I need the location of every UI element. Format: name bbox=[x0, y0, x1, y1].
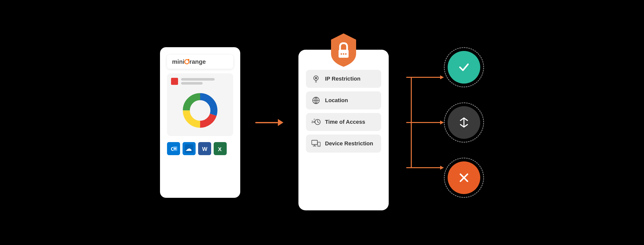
excel-icon: X bbox=[214, 142, 227, 155]
svg-marker-45 bbox=[440, 166, 444, 170]
app-icons-row: O ✉ ☁ W bbox=[167, 141, 233, 155]
svg-point-17 bbox=[341, 53, 342, 55]
dash-line-1 bbox=[181, 78, 215, 81]
shield-svg bbox=[329, 32, 359, 67]
svg-text:W: W bbox=[202, 146, 207, 152]
time-label: Time of Access bbox=[325, 118, 365, 126]
red-square-icon bbox=[171, 78, 178, 85]
device-icon bbox=[311, 139, 320, 148]
logo-range-text: range bbox=[189, 58, 206, 65]
svg-marker-43 bbox=[440, 120, 444, 125]
onedrive-icon: ☁ bbox=[183, 142, 196, 155]
outcomes-col bbox=[444, 47, 484, 198]
arrow1-container bbox=[255, 119, 283, 126]
svg-point-22 bbox=[315, 82, 317, 83]
dash-line-2 bbox=[181, 82, 203, 85]
time-icon: 24 bbox=[311, 117, 320, 127]
outcomes-section bbox=[404, 47, 484, 198]
arrow1-line bbox=[255, 122, 278, 123]
outlook-icon: O ✉ bbox=[167, 142, 180, 155]
logo-circle-icon bbox=[184, 59, 189, 64]
ip-icon bbox=[311, 74, 320, 83]
outcome-deny-circle bbox=[448, 161, 480, 194]
restriction-time: 24 Time of Access bbox=[306, 113, 381, 131]
outcome-allow-wrapper bbox=[444, 47, 484, 87]
bracket-svg bbox=[404, 57, 444, 188]
outcome-redirect-circle bbox=[448, 106, 480, 139]
svg-text:☁: ☁ bbox=[186, 145, 192, 152]
miniorange-logo: minirange bbox=[172, 58, 206, 65]
checkmark-icon bbox=[457, 60, 471, 74]
dashboard-content bbox=[167, 73, 233, 136]
dash-header-row bbox=[171, 78, 229, 85]
svg-text:X: X bbox=[218, 146, 222, 152]
shield-badge bbox=[329, 32, 359, 68]
cross-icon bbox=[457, 171, 471, 185]
logo-area: minirange bbox=[167, 55, 233, 69]
redirect-icon bbox=[457, 115, 471, 130]
dash-lines bbox=[181, 78, 229, 85]
outcome-redirect-ring bbox=[444, 102, 484, 143]
restriction-location: Location bbox=[306, 91, 381, 109]
main-container: minirange bbox=[0, 25, 644, 220]
svg-text:✉: ✉ bbox=[174, 147, 176, 151]
word-icon: W bbox=[198, 142, 211, 155]
arrow1-head bbox=[278, 119, 283, 126]
center-card-wrapper: IP Restriction Location bbox=[298, 50, 389, 210]
outcome-allow-circle bbox=[448, 51, 480, 84]
outcome-deny-ring bbox=[444, 158, 484, 198]
restriction-ip: IP Restriction bbox=[306, 70, 381, 88]
svg-point-19 bbox=[345, 53, 347, 55]
svg-line-30 bbox=[318, 122, 319, 123]
outcome-allow-ring bbox=[444, 47, 484, 87]
location-label: Location bbox=[325, 97, 348, 104]
svg-marker-41 bbox=[440, 75, 444, 79]
svg-text:24: 24 bbox=[311, 120, 315, 124]
arrow1 bbox=[255, 119, 283, 126]
outcome-redirect-wrapper bbox=[444, 102, 484, 143]
outcome-deny-wrapper bbox=[444, 158, 484, 198]
svg-rect-31 bbox=[312, 140, 317, 145]
logo-mini-text: mini bbox=[172, 58, 184, 65]
svg-point-21 bbox=[315, 77, 317, 79]
donut-chart bbox=[180, 90, 220, 131]
location-icon bbox=[311, 96, 320, 105]
svg-point-18 bbox=[343, 53, 344, 55]
restriction-device: Device Restriction bbox=[306, 135, 381, 153]
donut-chart-container bbox=[171, 88, 229, 133]
svg-point-4 bbox=[190, 100, 210, 120]
left-card: minirange bbox=[160, 47, 240, 198]
center-card: IP Restriction Location bbox=[298, 50, 389, 210]
ip-label: IP Restriction bbox=[325, 75, 360, 83]
device-label: Device Restriction bbox=[325, 140, 373, 147]
